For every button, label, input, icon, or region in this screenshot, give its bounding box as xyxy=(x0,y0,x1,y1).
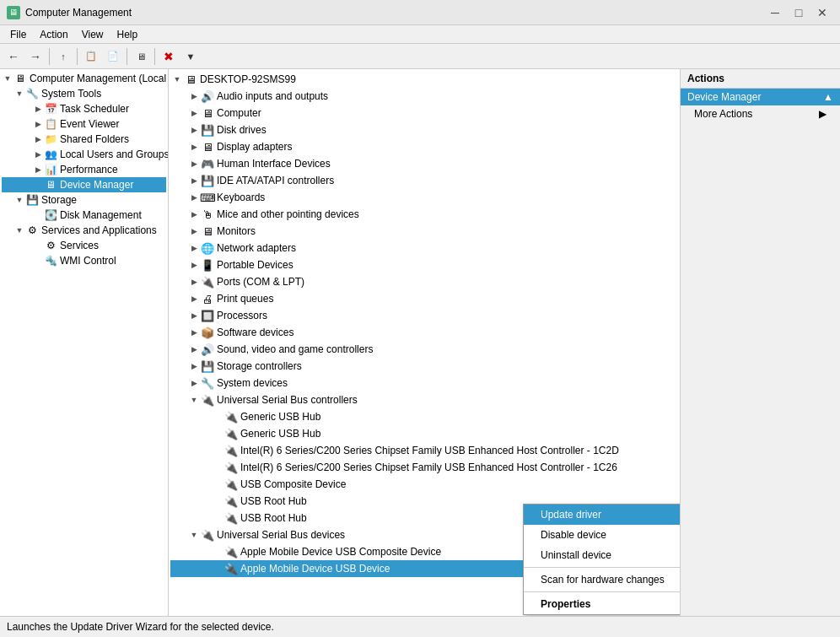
disk-management-expander[interactable] xyxy=(32,209,44,221)
tree-storage[interactable]: ▼ 💾 Storage xyxy=(2,192,166,208)
dev-print[interactable]: ▶ 🖨 Print queues xyxy=(170,290,678,307)
dev-sound[interactable]: ▶ 🔊 Sound, video and game controllers xyxy=(170,341,678,358)
tree-task-scheduler[interactable]: ▶ 📅 Task Scheduler xyxy=(2,101,166,116)
close-button[interactable]: ✕ xyxy=(811,4,833,21)
dev-hid[interactable]: ▶ 🎮 Human Interface Devices xyxy=(170,155,678,172)
dev-ports[interactable]: ▶ 🔌 Ports (COM & LPT) xyxy=(170,273,678,290)
tree-performance[interactable]: ▶ 📊 Performance xyxy=(2,162,166,177)
device-root[interactable]: ▼ 🖥 DESKTOP-92SMS99 xyxy=(170,71,678,88)
tree-local-users[interactable]: ▶ 👥 Local Users and Groups xyxy=(2,147,166,162)
actions-group-header[interactable]: Device Manager ▲ xyxy=(681,89,840,105)
dev-keyboards[interactable]: ▶ ⌨ Keyboards xyxy=(170,189,678,206)
properties-button[interactable]: 📄 xyxy=(103,46,123,67)
dev-processors-expander[interactable]: ▶ xyxy=(187,309,201,322)
tree-system-tools[interactable]: ▼ 🔧 System Tools xyxy=(2,86,166,101)
tree-event-viewer[interactable]: ▶ 📋 Event Viewer xyxy=(2,116,166,132)
dev-usb-hub-2[interactable]: 🔌 Generic USB Hub xyxy=(170,425,678,442)
dev-network[interactable]: ▶ 🌐 Network adapters xyxy=(170,240,678,256)
dev-usb-dev-expander[interactable]: ▼ xyxy=(187,528,201,542)
dev-storage-ctrl[interactable]: ▶ 💾 Storage controllers xyxy=(170,358,678,375)
tree-services[interactable]: ⚙ Services xyxy=(2,238,166,253)
dev-print-expander[interactable]: ▶ xyxy=(187,292,201,305)
wmi-expander[interactable] xyxy=(32,255,44,267)
dev-usb-ctrl-expander[interactable]: ▼ xyxy=(187,393,201,407)
dev-usb-comp-exp xyxy=(211,478,224,491)
dev-ide[interactable]: ▶ 💾 IDE ATA/ATAPI controllers xyxy=(170,172,678,189)
tree-services-apps[interactable]: ▼ ⚙ Services and Applications xyxy=(2,223,166,238)
performance-expander[interactable]: ▶ xyxy=(32,164,44,175)
menu-file[interactable]: File xyxy=(3,27,33,42)
dev-usb-composite[interactable]: 🔌 USB Composite Device xyxy=(170,476,678,493)
menu-help[interactable]: Help xyxy=(110,27,145,42)
menu-action[interactable]: Action xyxy=(33,27,74,42)
tree-wmi-control[interactable]: 🔩 WMI Control xyxy=(2,253,166,268)
dev-storage-ctrl-expander[interactable]: ▶ xyxy=(187,359,201,373)
dev-sound-expander[interactable]: ▶ xyxy=(187,343,201,356)
minimize-button[interactable]: ─ xyxy=(764,4,786,21)
dev-monitors[interactable]: ▶ 🖥 Monitors xyxy=(170,223,678,240)
dev-software-expander[interactable]: ▶ xyxy=(187,326,201,339)
event-viewer-expander[interactable]: ▶ xyxy=(32,118,44,130)
dev-sound-label: Sound, video and game controllers xyxy=(217,343,373,355)
tree-device-manager[interactable]: 🖥 Device Manager xyxy=(2,177,166,192)
dev-usb-hub-1[interactable]: 🔌 Generic USB Hub xyxy=(170,408,678,425)
maximize-button[interactable]: □ xyxy=(788,4,810,21)
services-expander[interactable] xyxy=(32,240,44,251)
root-expander[interactable]: ▼ xyxy=(2,73,13,84)
ctx-properties[interactable]: Properties xyxy=(524,594,680,614)
dev-system-expander[interactable]: ▶ xyxy=(187,376,201,390)
actions-more[interactable]: More Actions ▶ xyxy=(681,105,840,122)
dev-monitors-expander[interactable]: ▶ xyxy=(187,224,201,238)
dev-usb-controllers[interactable]: ▼ 🔌 Universal Serial Bus controllers xyxy=(170,391,678,408)
dev-intel-1c26[interactable]: 🔌 Intel(R) 6 Series/C200 Series Chipset … xyxy=(170,459,678,476)
app-icon: 🖥 xyxy=(7,6,20,19)
forward-button[interactable]: → xyxy=(25,46,46,67)
dev-audio[interactable]: ▶ 🔊 Audio inputs and outputs xyxy=(170,88,678,105)
dev-computer-expander[interactable]: ▶ xyxy=(187,106,201,120)
menu-view[interactable]: View xyxy=(75,27,110,42)
tree-root[interactable]: ▼ 🖥 Computer Management (Local xyxy=(2,71,166,86)
ctx-update-driver[interactable]: Update driver xyxy=(524,505,680,525)
tree-shared-folders[interactable]: ▶ 📁 Shared Folders xyxy=(2,132,166,147)
dev-audio-expander[interactable]: ▶ xyxy=(187,89,201,103)
dev-display-expander[interactable]: ▶ xyxy=(187,140,201,154)
dev-intel-1c2d[interactable]: 🔌 Intel(R) 6 Series/C200 Series Chipset … xyxy=(170,442,678,459)
services-label: Services xyxy=(60,240,99,251)
show-hide-button[interactable]: 📋 xyxy=(81,46,101,67)
services-apps-expander[interactable]: ▼ xyxy=(13,224,25,236)
shared-folders-expander[interactable]: ▶ xyxy=(32,133,44,145)
storage-expander[interactable]: ▼ xyxy=(13,194,25,206)
ctx-uninstall-device[interactable]: Uninstall device xyxy=(524,545,680,565)
ctx-scan-changes[interactable]: Scan for hardware changes xyxy=(524,570,680,590)
tree-disk-management[interactable]: 💽 Disk Management xyxy=(2,208,166,223)
refresh-button[interactable]: ▼ xyxy=(180,46,201,67)
dev-mice[interactable]: ▶ 🖱 Mice and other pointing devices xyxy=(170,206,678,223)
system-tools-expander[interactable]: ▼ xyxy=(13,88,25,100)
device-manager-expander[interactable] xyxy=(32,179,44,191)
back-button[interactable]: ← xyxy=(3,46,24,67)
dev-software[interactable]: ▶ 📦 Software devices xyxy=(170,324,678,341)
up-button[interactable]: ↑ xyxy=(53,46,73,67)
dev-processors[interactable]: ▶ 🔲 Processors xyxy=(170,307,678,324)
dev-hid-expander[interactable]: ▶ xyxy=(187,157,201,170)
dev-ide-expander[interactable]: ▶ xyxy=(187,174,201,187)
dev-computer[interactable]: ▶ 🖥 Computer xyxy=(170,105,678,121)
ctx-disable-device[interactable]: Disable device xyxy=(524,525,680,545)
dev-disk-drives-expander[interactable]: ▶ xyxy=(187,123,201,137)
dev-hid-icon: 🎮 xyxy=(201,157,214,170)
toolbar-separator-2 xyxy=(77,48,78,65)
dev-display[interactable]: ▶ 🖥 Display adapters xyxy=(170,138,678,155)
dev-mice-expander[interactable]: ▶ xyxy=(187,208,201,221)
task-scheduler-expander[interactable]: ▶ xyxy=(32,103,44,115)
dev-network-expander[interactable]: ▶ xyxy=(187,241,201,255)
dev-system[interactable]: ▶ 🔧 System devices xyxy=(170,375,678,391)
dev-intel1c26-exp xyxy=(211,461,224,474)
dev-portable-expander[interactable]: ▶ xyxy=(187,258,201,272)
computer-button[interactable]: 🖥 xyxy=(131,46,151,67)
delete-button[interactable]: ✖ xyxy=(159,46,179,67)
local-users-expander[interactable]: ▶ xyxy=(32,148,44,160)
device-root-expander[interactable]: ▼ xyxy=(170,73,184,86)
dev-portable[interactable]: ▶ 📱 Portable Devices xyxy=(170,256,678,273)
dev-disk-drives[interactable]: ▶ 💾 Disk drives xyxy=(170,121,678,138)
dev-ports-expander[interactable]: ▶ xyxy=(187,275,201,289)
